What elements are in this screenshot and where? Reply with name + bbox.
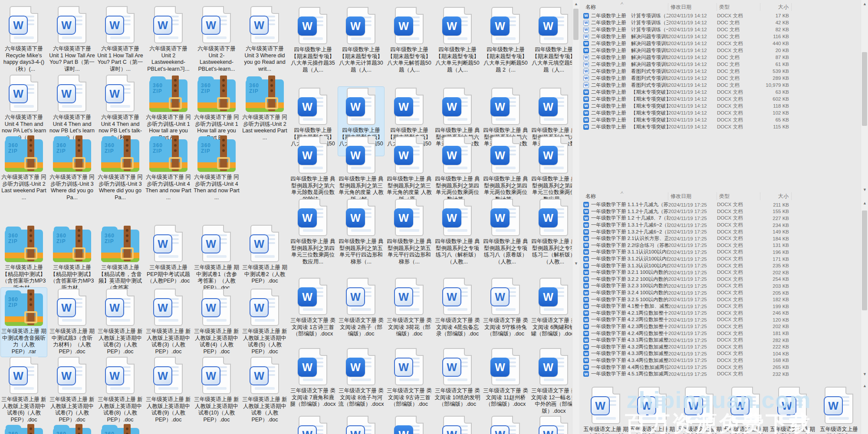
file-tile[interactable]: W四年级数学上册【期末题型专项】八大单元填空题50题（人... bbox=[531, 6, 577, 75]
file-tile[interactable]: W四年级数学上册【期末题型专项】八大单元计算题30题（人... bbox=[338, 6, 384, 75]
file-tile[interactable]: W三年级语文下册 类文阅读 10纸的发明（部编版）.doc bbox=[434, 347, 480, 410]
file-row[interactable]: W二年级数学上册 看图列式专项训练（...2024/11/19 14:12DOC… bbox=[583, 82, 859, 89]
file-tile[interactable]: W六年级英语下册 Unit 1 How Tall Are You? Part B… bbox=[49, 5, 95, 74]
scrollbar-thumb[interactable] bbox=[862, 52, 867, 126]
file-tile[interactable]: 360 ZIP六年级英语下册 同步听力训练-Unit 2 Last weeken… bbox=[242, 74, 288, 143]
file-tile[interactable]: W四年级数学上册 典型例题系列之第三单元角的度量 人教版（原... bbox=[386, 135, 432, 204]
file-row[interactable]: W一年级数学下册 4.3.3两位数加减整十数...2024/11/19 17:2… bbox=[583, 350, 859, 357]
file-row[interactable]: W二年级数学上册 计算专项训练（三）...2024/11/19 14:12DOC… bbox=[583, 19, 859, 26]
icon-grid-scrollbar[interactable]: ▲ ▼ bbox=[572, 0, 579, 434]
file-tile[interactable]: W四年级数学上册【期末题型专项】八大单元解答题50题（人... bbox=[386, 6, 432, 75]
scroll-down-icon[interactable]: ▼ bbox=[861, 370, 868, 378]
file-tile[interactable]: W六年级英语下册 Recycle Mike's happy days3-4-()… bbox=[1, 5, 47, 74]
file-row[interactable]: W一年级数学下册 4.2.1两位数加整十数、...2024/11/19 17:2… bbox=[583, 310, 859, 317]
file-row[interactable]: W二年级数学上册 解决问题专项训练（...2024/11/19 14:12DOC… bbox=[583, 33, 859, 40]
file-tile[interactable]: W三年级英语上册 新人教版上英语期中试卷(8)（人教PEP）.doc bbox=[97, 356, 143, 425]
bottom-list-scrollbar[interactable]: ▲ ▼ bbox=[861, 193, 868, 378]
file-tile[interactable]: W三年级语文下册 类文阅读 6陶罐和铁罐（部编版）.docx bbox=[531, 277, 577, 339]
file-tile[interactable]: W四年级数学上册 典型例题系列之第五单元平行四边形和梯形（... bbox=[386, 198, 432, 267]
file-tile[interactable]: W四年级数学上册【期末题型专项】八大单元操作题35题（人... bbox=[290, 6, 336, 75]
file-row[interactable]: W一年级数学下册 4.1整十数加、减整十数...2024/11/19 17:25… bbox=[583, 303, 859, 310]
file-row[interactable]: W二年级数学上册 【期末专项突破】期末...2024/11/19 14:12DO… bbox=[583, 116, 859, 123]
file-tile[interactable]: W六年级英语下册 Unit 4 Then and now PB Let's le… bbox=[49, 74, 95, 143]
file-tile[interactable]: W bbox=[290, 415, 336, 434]
column-header-size[interactable]: 大小 bbox=[760, 3, 792, 11]
file-tile[interactable]: 360 ZIP bbox=[97, 422, 143, 434]
file-tile[interactable]: 360 ZIP六年级英语下册 同步听力训练-Unit 2 Last weeken… bbox=[1, 134, 47, 203]
file-tile[interactable]: 360 ZIP六年级英语下册 同步听力训练-Unit 4 Then and no… bbox=[194, 134, 240, 203]
file-tile[interactable]: W四年级数学上册 典型例题系列之专项练习八（原卷版）（人教... bbox=[483, 198, 529, 267]
file-tile[interactable]: W四年级数学上册【期末题型专项】八大单元判断题50题（人... bbox=[434, 6, 480, 75]
scroll-up-icon[interactable]: ▲ bbox=[861, 382, 868, 389]
file-tile[interactable]: W bbox=[531, 415, 577, 434]
column-header-name[interactable]: 名称 bbox=[583, 3, 668, 11]
file-row[interactable]: W一年级数学下册 3.2.4 100以内数的顺序...2024/11/19 17… bbox=[583, 289, 859, 296]
file-row[interactable]: W二年级数学上册 解决问题专项训练（...2024/11/19 14:12DOC… bbox=[583, 61, 859, 68]
file-row[interactable]: W二年级数学上册 【期末专项突破】期末...2024/11/19 14:12DO… bbox=[583, 95, 859, 102]
file-tile[interactable]: W五年级语文上册 期中测试卷2（部 bbox=[629, 386, 675, 434]
file-row[interactable]: W一年级数学下册 3.1.3认识100以内的数...2024/11/19 17:… bbox=[583, 262, 859, 269]
file-row[interactable]: W二年级数学上册 解决问题专项训练（...2024/11/19 14:12DOC… bbox=[583, 47, 859, 54]
file-tile[interactable]: W三年级英语上册 PEP期中考试试题（人教PEP）.doc bbox=[145, 224, 191, 286]
file-tile[interactable]: W三年级语文下册 类文阅读 1古诗三首（部编版）.docx bbox=[290, 277, 336, 339]
column-header-type[interactable]: 类型 bbox=[717, 3, 760, 11]
file-tile[interactable]: W六年级英语下册 Unit 3 Where did you go Read an… bbox=[242, 5, 288, 74]
file-row[interactable]: W二年级数学上册 【期末专项突破】期末...2024/11/19 14:12DO… bbox=[583, 123, 859, 130]
file-row[interactable]: W二年级数学上册 【期末专项突破】期末...2024/11/19 14:12DO… bbox=[583, 102, 859, 109]
file-tile[interactable]: W bbox=[434, 415, 480, 434]
top-list-scrollbar[interactable]: ▲ ▼ bbox=[861, 0, 868, 193]
file-tile[interactable]: W五年级语文上册 期中测试卷4（部 bbox=[723, 386, 769, 434]
file-tile[interactable]: W三年级语文下册 类文阅读 8池子与河流（部编版）.docx bbox=[338, 347, 384, 410]
file-tile[interactable]: W三年级语文下册 类文阅读 11赵州桥（部编版）.docx bbox=[483, 347, 529, 410]
file-row[interactable]: W一年级数学下册 1.1.2十几减九（苏教版...2024/11/19 17:2… bbox=[583, 208, 859, 215]
file-row[interactable]: W一年级数学下册 1.2 十几减8、7（苏教...2024/11/19 17:2… bbox=[583, 215, 859, 222]
file-tile[interactable]: W三年级英语上册 新人教版上英语期中试卷(5)（人教PEP）.doc bbox=[242, 288, 288, 357]
file-row[interactable]: W二年级数学上册 计算专项训练（一）...2024/11/19 14:12DOC… bbox=[583, 26, 859, 33]
file-tile[interactable]: W五年级语文上册（期末测试）-- bbox=[816, 386, 862, 434]
file-tile[interactable]: 360 ZIP六年级英语下册 同步听力训练-Unit 4 Then and no… bbox=[145, 134, 191, 203]
scroll-down-icon[interactable]: ▼ bbox=[572, 260, 580, 267]
column-header-name[interactable]: 名称 bbox=[583, 192, 668, 200]
file-row[interactable]: W一年级数学下册 4.3.1两位数加减整十数...2024/11/19 17:2… bbox=[583, 337, 859, 344]
file-row[interactable]: W二年级数学上册 看图列式专项训练（...2024/11/19 14:12DOC… bbox=[583, 75, 859, 82]
file-row[interactable]: W一年级数学下册 4.2.4两位数加整十数、...2024/11/19 17:2… bbox=[583, 330, 859, 337]
file-row[interactable]: W一年级数学下册 4.4两位数加减两位数（...2024/11/19 17:25… bbox=[583, 364, 859, 371]
file-row[interactable]: W一年级数学下册 3.1.2认识100以内的数...2024/11/19 17:… bbox=[583, 256, 859, 263]
scrollbar-thumb[interactable] bbox=[573, 9, 579, 40]
file-tile[interactable]: W bbox=[483, 415, 529, 434]
column-header-type[interactable]: 类型 bbox=[717, 192, 760, 200]
column-header-date[interactable]: 修改日期 bbox=[668, 3, 717, 11]
file-tile[interactable]: W三年级语文下册 类文阅读 5守株待兔（部编版）.doc bbox=[483, 277, 529, 339]
file-tile[interactable]: W三年级语文下册 类文阅读 9古诗三首（部编版）.doc bbox=[386, 347, 432, 410]
file-row[interactable]: W一年级数学下册 4.5.1两位数加减两位数...2024/11/19 17:2… bbox=[583, 371, 859, 378]
file-tile[interactable]: W三年级英语上册 新人教版上英语期中试卷(3)（人教PEP）.doc bbox=[145, 288, 191, 357]
file-tile[interactable]: 360 ZIP bbox=[49, 422, 95, 434]
file-tile[interactable]: W四年级数学上册 典型例题系列之第三单元角的度量 人教版（解... bbox=[338, 135, 384, 204]
file-tile[interactable]: W三年级英语上册 新人教版上英语期中试卷(9)（人教PEP）.doc bbox=[145, 356, 191, 425]
file-tile[interactable]: W三年级英语上册 新人教版上英语期中试卷(7)（人教PEP）.doc bbox=[49, 356, 95, 425]
scroll-up-icon[interactable]: ▲ bbox=[572, 0, 580, 7]
file-row[interactable]: W一年级数学下册 3.2.2 100以内数的顺序...2024/11/19 17… bbox=[583, 276, 859, 283]
file-row[interactable]: W二年级数学上册 计算专项训练（二）...2024/11/19 14:12DOC… bbox=[583, 12, 859, 19]
file-tile[interactable]: W三年级语文下册 类文阅读 12一幅名扬中外的画（部编版）.docx bbox=[531, 347, 577, 416]
file-tile[interactable]: W三年级英语上册 期中测试卷1（含参考答案）（人教PEP）.doc bbox=[194, 224, 240, 293]
file-row[interactable]: W一年级数学下册 1.3.1十几减6~2（苏教...2024/11/19 17:… bbox=[583, 222, 859, 229]
file-tile[interactable]: W三年级英语上册 新人教版上英语期中试卷(6)（人教PEP）.doc bbox=[1, 356, 47, 425]
file-tile[interactable]: W四年级数学上册 典型例题系列之第四单元两位数乘两位数计算... bbox=[483, 135, 529, 204]
file-tile[interactable]: W三年级语文下册 类文阅读 4昆虫备忘录（部编版）.doc bbox=[434, 277, 480, 339]
file-row[interactable]: W一年级数学下册 3.2.5 100以内数的顺序...2024/11/19 17… bbox=[583, 296, 859, 303]
file-row[interactable]: W二年级数学上册 看图列式专项训练（...2024/11/19 14:12DOC… bbox=[583, 68, 859, 75]
scrollbar-thumb[interactable] bbox=[862, 210, 867, 310]
file-tile[interactable]: W三年级语文下册 类文阅读 2燕子（部编版）.doc bbox=[338, 277, 384, 339]
file-tile[interactable]: W四年级数学上册 典型例题系列之第四单元三位数乘两位数应用... bbox=[531, 135, 577, 204]
file-tile[interactable]: W四年级数学上册 典型例题系列之专项练习八（解析版）（人教... bbox=[434, 198, 480, 267]
file-row[interactable]: W一年级数学下册 1.3.2十几减6~2（苏教...2024/11/19 17:… bbox=[583, 228, 859, 235]
file-row[interactable]: W一年级数学下册 4.3.2两位数加减整十数...2024/11/19 17:2… bbox=[583, 343, 859, 350]
file-row[interactable]: W一年级数学下册 4.2.3两位数加整十数、...2024/11/19 17:2… bbox=[583, 323, 859, 330]
column-header-size[interactable]: 大小 bbox=[760, 192, 792, 200]
column-header-date[interactable]: 修改日期 bbox=[668, 192, 717, 200]
file-tile[interactable]: W四年级数学上册 典型例题系列之第四单元三位数乘两位数应用... bbox=[290, 198, 336, 267]
file-tile[interactable]: W bbox=[338, 415, 384, 434]
file-tile[interactable]: W三年级英语上册 新人教版上英语期中试卷（人教PEP）.doc bbox=[242, 356, 288, 425]
file-row[interactable]: W一年级数学下册 2.1认识长方形、正方形...2024/11/19 17:25… bbox=[583, 235, 859, 242]
